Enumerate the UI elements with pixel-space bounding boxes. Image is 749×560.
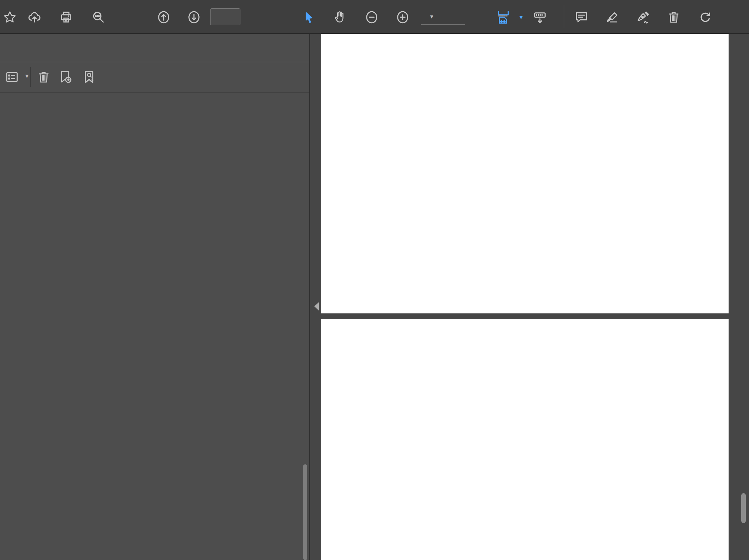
star-icon[interactable] — [2, 9, 18, 25]
fit-width-icon[interactable] — [496, 9, 511, 25]
chevron-down-icon[interactable]: ▾ — [25, 72, 29, 80]
page-number-input[interactable] — [210, 8, 240, 25]
bookmarks-panel: ▾ — [0, 34, 310, 560]
add-bookmark-icon[interactable] — [57, 69, 74, 85]
pdf-page-1 — [321, 34, 729, 313]
comment-icon[interactable] — [574, 9, 589, 25]
zoom-level-dropdown[interactable]: ▾ — [421, 9, 465, 25]
zoom-in-icon[interactable] — [395, 9, 410, 25]
print-icon[interactable] — [58, 9, 74, 25]
page-up-icon[interactable] — [156, 9, 171, 25]
expand-bookmark-icon[interactable] — [81, 69, 98, 85]
chevron-down-icon: ▾ — [430, 13, 433, 20]
collapse-sidebar-icon[interactable] — [314, 302, 319, 311]
main-toolbar: ▾ ▾ — [0, 0, 749, 34]
cloud-upload-icon[interactable] — [27, 9, 42, 25]
bookmarks-toolbar: ▾ — [0, 62, 309, 93]
zoom-out-icon[interactable] — [364, 9, 379, 25]
fit-width-chevron-icon[interactable]: ▾ — [520, 13, 523, 21]
select-tool-icon[interactable] — [301, 9, 317, 25]
trash-icon[interactable] — [666, 9, 681, 25]
page-down-icon[interactable] — [186, 9, 202, 25]
rotate-icon[interactable] — [698, 9, 713, 25]
highlight-icon[interactable] — [605, 9, 620, 25]
document-canvas — [310, 34, 749, 560]
hand-tool-icon[interactable] — [333, 9, 348, 25]
pdf-page-2 — [321, 319, 729, 560]
scroll-mode-icon[interactable] — [532, 9, 548, 25]
bookmarks-panel-header — [0, 34, 309, 62]
bookmark-options-icon[interactable] — [4, 69, 20, 85]
signature-icon[interactable] — [636, 9, 651, 25]
close-icon[interactable] — [280, 39, 296, 56]
panel-toolbar-separator — [30, 67, 31, 87]
sidebar-scrollbar-thumb[interactable] — [303, 464, 307, 560]
toolbar-separator — [564, 5, 564, 28]
search-icon[interactable] — [90, 9, 106, 25]
document-scrollbar-thumb[interactable] — [741, 493, 746, 523]
bookmark-list — [0, 92, 303, 560]
delete-bookmark-icon[interactable] — [35, 69, 52, 85]
